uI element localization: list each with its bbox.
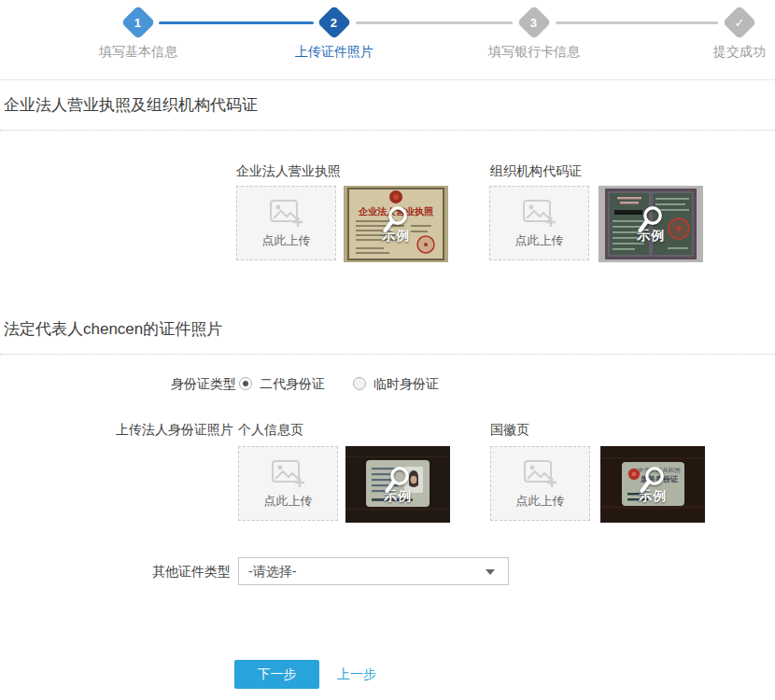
step-3-icon: 3 xyxy=(517,6,552,40)
id-emblem-page-upload-box[interactable]: 点此上传 xyxy=(490,446,590,521)
sample-id-country: 中华人民共和国 xyxy=(638,467,681,474)
image-upload-icon xyxy=(522,198,557,228)
stepper-connector-2 xyxy=(356,21,513,24)
chevron-down-icon xyxy=(486,569,495,575)
radio-second-gen-id-label[interactable]: 二代身份证 xyxy=(260,376,325,393)
business-license-example[interactable]: 企业法人营业执照 示例 xyxy=(344,186,448,262)
step-2-number: 2 xyxy=(331,15,337,29)
check-icon: ✓ xyxy=(735,16,745,30)
other-cert-type-select[interactable]: -请选择- xyxy=(238,557,509,585)
step-1-icon: 1 xyxy=(121,6,156,40)
idcard-section-divider xyxy=(0,354,775,355)
business-license-sample-image: 企业法人营业执照 xyxy=(344,186,448,262)
step-3-number: 3 xyxy=(530,15,537,29)
emblem-page-label: 国徽页 xyxy=(490,422,529,439)
upload-hint-text: 点此上传 xyxy=(262,232,311,249)
step-1-number: 1 xyxy=(134,15,141,29)
header-divider xyxy=(0,79,775,80)
step-3-label: 填写银行卡信息 xyxy=(459,44,609,61)
license-section-divider xyxy=(0,130,775,131)
image-upload-icon xyxy=(269,198,304,228)
sample-id-name: 居民身份证 xyxy=(640,475,679,483)
upload-hint-text: 点此上传 xyxy=(264,493,313,510)
radio-temp-id[interactable] xyxy=(353,377,366,390)
step-4-check-icon: ✓ xyxy=(723,6,757,40)
step-4-label: 提交成功 xyxy=(665,44,775,61)
sample-license-title: 企业法人营业执照 xyxy=(358,206,433,217)
id-personal-page-upload-box[interactable]: 点此上传 xyxy=(238,446,338,521)
id-emblem-sample-image: 中华人民共和国 居民身份证 xyxy=(600,446,705,523)
license-section-title: 企业法人营业执照及组织机构代码证 xyxy=(4,94,258,116)
org-code-cert-sample-image xyxy=(599,186,703,262)
radio-second-gen-id[interactable] xyxy=(239,377,252,390)
enterprise-verification-page: 1 2 3 ✓ 填写基本信息 上传证件照片 填写银行卡信息 提交成功 企业法人营… xyxy=(0,0,775,700)
next-step-button[interactable]: 下一步 xyxy=(234,660,319,689)
business-license-upload-box[interactable]: 点此上传 xyxy=(236,186,336,260)
id-personal-sample-image xyxy=(345,446,450,523)
upload-hint-text: 点此上传 xyxy=(516,493,565,510)
step-2-label: 上传证件照片 xyxy=(260,44,409,61)
radio-temp-id-label[interactable]: 临时身份证 xyxy=(373,376,439,393)
id-emblem-page-example[interactable]: 中华人民共和国 居民身份证 示例 xyxy=(600,446,705,523)
stepper-connector-3 xyxy=(556,21,718,24)
image-upload-icon xyxy=(523,458,558,488)
upload-hint-text: 点此上传 xyxy=(515,232,564,249)
image-upload-icon xyxy=(271,458,306,488)
other-cert-type-label: 其他证件类型 xyxy=(0,564,231,581)
step-1-label: 填写基本信息 xyxy=(63,44,213,61)
wizard-stepper: 1 2 3 ✓ 填写基本信息 上传证件照片 填写银行卡信息 提交成功 xyxy=(0,0,775,79)
id-personal-page-example[interactable]: 示例 xyxy=(345,446,450,523)
previous-step-link[interactable]: 上一步 xyxy=(337,666,376,683)
id-upload-label: 上传法人身份证照片 xyxy=(0,422,233,439)
org-code-cert-example[interactable]: 示例 xyxy=(599,186,703,262)
business-license-label: 企业法人营业执照 xyxy=(236,163,341,180)
selected-option: -请选择- xyxy=(248,564,296,579)
step-2-icon: 2 xyxy=(317,6,352,40)
idcard-section-title: 法定代表人chencen的证件照片 xyxy=(4,318,222,340)
stepper-connector-1 xyxy=(159,21,314,24)
org-code-cert-label: 组织机构代码证 xyxy=(490,163,582,180)
id-type-label: 身份证类型 xyxy=(0,376,236,393)
personal-info-page-label: 个人信息页 xyxy=(238,422,303,439)
org-code-cert-upload-box[interactable]: 点此上传 xyxy=(489,186,589,260)
